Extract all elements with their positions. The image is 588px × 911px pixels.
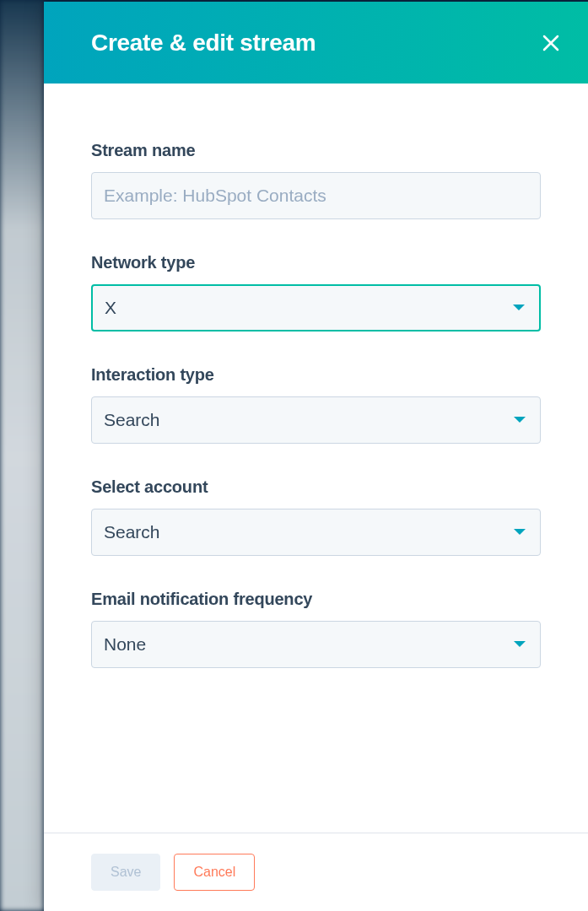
email-frequency-value: None: [104, 634, 146, 655]
save-button[interactable]: Save: [91, 854, 160, 891]
network-type-select[interactable]: X: [91, 284, 541, 332]
panel-footer: Save Cancel: [44, 833, 588, 911]
network-type-group: Network type X: [91, 253, 541, 332]
select-account-select[interactable]: Search: [91, 509, 541, 556]
interaction-type-select[interactable]: Search: [91, 396, 541, 444]
email-frequency-select[interactable]: None: [91, 621, 541, 668]
backdrop-overlay: [0, 0, 44, 911]
stream-name-input[interactable]: [91, 172, 541, 219]
interaction-type-label: Interaction type: [91, 365, 541, 385]
select-account-value: Search: [104, 522, 160, 542]
caret-down-icon: [513, 525, 528, 540]
panel-body: Stream name Network type X Interaction t…: [44, 84, 588, 833]
caret-down-icon: [513, 637, 528, 652]
caret-down-icon: [513, 412, 528, 428]
stream-name-label: Stream name: [91, 141, 541, 160]
close-icon: [541, 33, 561, 53]
email-frequency-group: Email notification frequency None: [91, 590, 541, 668]
stream-name-group: Stream name: [91, 141, 541, 219]
email-frequency-label: Email notification frequency: [91, 590, 541, 609]
interaction-type-group: Interaction type Search: [91, 365, 541, 444]
network-type-value: X: [105, 298, 116, 318]
interaction-type-value: Search: [104, 410, 160, 430]
network-type-label: Network type: [91, 253, 541, 272]
panel-title: Create & edit stream: [91, 30, 316, 57]
close-button[interactable]: [537, 30, 564, 57]
panel-header: Create & edit stream: [44, 2, 588, 84]
create-edit-stream-panel: Create & edit stream Stream name Network…: [44, 2, 588, 911]
caret-down-icon: [512, 300, 527, 315]
cancel-button[interactable]: Cancel: [174, 854, 255, 891]
select-account-label: Select account: [91, 477, 541, 497]
select-account-group: Select account Search: [91, 477, 541, 556]
